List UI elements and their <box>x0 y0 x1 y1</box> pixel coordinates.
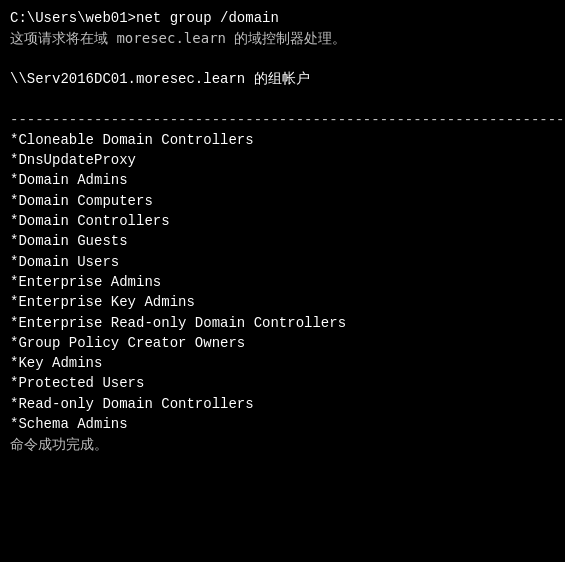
empty-line-2 <box>10 90 555 110</box>
prompt-line: C:\Users\web01>net group /domain <box>10 8 555 28</box>
group-item: *Domain Users <box>10 252 555 272</box>
group-item: *Enterprise Read-only Domain Controllers <box>10 313 555 333</box>
divider-line: ----------------------------------------… <box>10 110 555 130</box>
group-item: *Group Policy Creator Owners <box>10 333 555 353</box>
group-item: *Enterprise Admins <box>10 272 555 292</box>
group-item: *Protected Users <box>10 373 555 393</box>
group-item: *Schema Admins <box>10 414 555 434</box>
group-item: *Domain Guests <box>10 231 555 251</box>
group-item: *Domain Computers <box>10 191 555 211</box>
group-item: *Cloneable Domain Controllers <box>10 130 555 150</box>
empty-line-1 <box>10 49 555 69</box>
server-line: \\Serv2016DC01.moresec.learn 的组帐户 <box>10 69 555 89</box>
success-line: 命令成功完成。 <box>10 434 555 455</box>
chinese-info-line1: 这项请求将在域 moresec.learn 的域控制器处理。 <box>10 28 555 49</box>
group-item: *Enterprise Key Admins <box>10 292 555 312</box>
group-list: *Cloneable Domain Controllers*DnsUpdateP… <box>10 130 555 434</box>
group-item: *Domain Admins <box>10 170 555 190</box>
group-item: *Key Admins <box>10 353 555 373</box>
group-item: *DnsUpdateProxy <box>10 150 555 170</box>
group-item: *Read-only Domain Controllers <box>10 394 555 414</box>
terminal-window: C:\Users\web01>net group /domain 这项请求将在域… <box>0 0 565 562</box>
group-item: *Domain Controllers <box>10 211 555 231</box>
